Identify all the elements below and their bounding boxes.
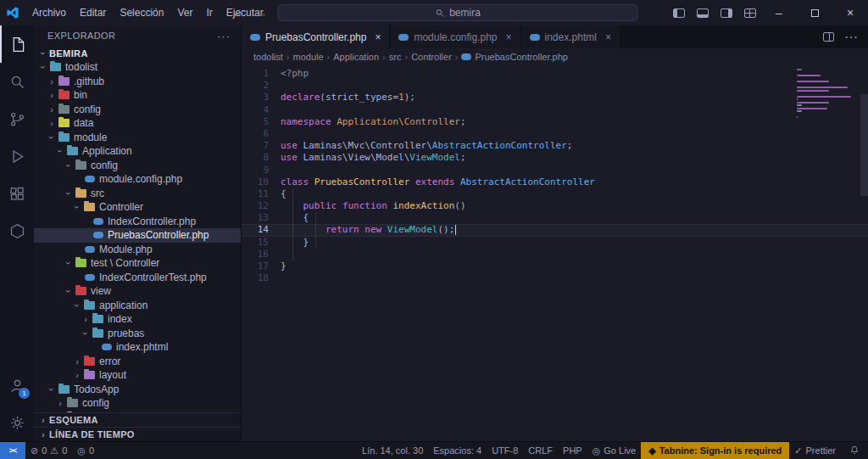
tab-label: module.config.php xyxy=(414,31,497,43)
tree-item-bin[interactable]: ›bin xyxy=(34,88,241,103)
code-line-8: 8use Laminas\View\Model\ViewModel; xyxy=(242,152,868,164)
code-line-12: 12 public function indexAction() xyxy=(242,200,868,212)
settings-gear-icon[interactable] xyxy=(0,404,34,441)
token: indexAction xyxy=(392,200,454,211)
tab-module-config-php[interactable]: module.config.php× xyxy=(390,25,520,48)
tree-item-application[interactable]: ›application xyxy=(34,299,241,313)
explorer-more-actions-icon[interactable]: ··· xyxy=(217,30,231,42)
run-debug-icon[interactable] xyxy=(0,137,34,175)
notifications-bell-icon[interactable] xyxy=(841,445,868,456)
status-tabnine[interactable]: ◆Tabnine: Sign-in is required xyxy=(641,442,789,459)
php-file-icon xyxy=(85,176,95,182)
minimap-line xyxy=(797,90,829,92)
chevron-down-icon: › xyxy=(38,61,48,73)
search-input[interactable]: bemira xyxy=(278,4,638,21)
status-language-php[interactable]: PHP xyxy=(558,442,587,459)
ports-indicator[interactable]: ◎ 0 xyxy=(72,442,99,459)
workspace-root[interactable]: › BEMIRA xyxy=(34,46,241,60)
tree-item-error[interactable]: ›error xyxy=(34,355,241,369)
tree-item-config[interactable]: ›config xyxy=(34,396,241,411)
tree-item-controller[interactable]: ›Controller xyxy=(34,200,241,215)
chevron-right-icon: › xyxy=(46,90,58,100)
maximize-button[interactable] xyxy=(797,0,832,25)
split-editor-icon[interactable] xyxy=(823,32,834,42)
status-go-live[interactable]: ◎Go Live xyxy=(587,442,642,459)
tree-item-indexcontrollertest-php[interactable]: IndexControllerTest.php xyxy=(34,271,241,285)
section-linea-de-tiempo[interactable]: › LÍNEA DE TIEMPO xyxy=(34,427,241,441)
status-eol[interactable]: CRLF xyxy=(523,442,558,459)
line-number: 14 xyxy=(242,224,281,236)
php-file-icon xyxy=(102,344,112,350)
layout-controls xyxy=(673,8,756,18)
tree-item-config[interactable]: ›config xyxy=(34,159,241,173)
line-content: } xyxy=(281,237,309,249)
status-prettier[interactable]: ✓Prettier xyxy=(789,442,841,459)
accounts-icon[interactable]: 1 xyxy=(0,367,34,404)
breadcrumb-item-src[interactable]: src xyxy=(389,52,402,62)
menu-selecci-n[interactable]: Selección xyxy=(113,0,170,25)
toggle-panel-icon[interactable] xyxy=(697,8,709,18)
remote-indicator[interactable]: >< xyxy=(0,442,25,459)
close-button[interactable]: × xyxy=(832,0,868,25)
toggle-sidebar-icon[interactable] xyxy=(673,8,685,18)
chevron-right-icon: › xyxy=(46,118,58,128)
status-encoding[interactable]: UTF-8 xyxy=(487,442,523,459)
token: Application\Controller xyxy=(337,116,460,127)
minimize-button[interactable]: – xyxy=(761,0,797,25)
editor-more-actions-icon[interactable]: ··· xyxy=(844,30,858,45)
tree-item-layout[interactable]: ›layout xyxy=(34,368,241,383)
minimap[interactable] xyxy=(797,69,856,122)
folder-icon xyxy=(75,287,86,295)
tree-item-src[interactable]: ›src xyxy=(34,187,241,201)
status-cursor-position[interactable]: Lín. 14, col. 30 xyxy=(357,442,428,459)
menu-archivo[interactable]: Archivo xyxy=(25,0,73,25)
tree-item-config[interactable]: ›config xyxy=(34,103,241,117)
problems-indicator[interactable]: ⊘ 0 ⚠ 0 xyxy=(25,442,72,459)
editor-scrollbar[interactable] xyxy=(860,94,868,196)
tree-item-module-php[interactable]: Module.php xyxy=(34,243,241,257)
search-sidebar-icon[interactable] xyxy=(0,63,34,100)
tree-item-data[interactable]: ›data xyxy=(34,116,241,131)
tree-item-indexcontroller-php[interactable]: IndexController.php xyxy=(34,215,241,229)
back-icon[interactable]: ← xyxy=(231,6,246,20)
explorer-icon[interactable] xyxy=(0,25,34,63)
tab-index-phtml[interactable]: index.phtml× xyxy=(521,25,620,48)
tree-item-pruebascontroller-php[interactable]: PruebasController.php xyxy=(34,228,241,243)
chevron-right-icon: › xyxy=(71,356,83,367)
hexagon-extension-icon[interactable] xyxy=(0,212,34,249)
source-control-icon[interactable] xyxy=(0,100,34,137)
tree-item-github[interactable]: ›.github xyxy=(34,75,241,89)
folder-icon xyxy=(84,357,95,366)
tree-item-module[interactable]: ›module xyxy=(34,131,241,145)
extensions-icon[interactable] xyxy=(0,175,34,212)
code-line-13: 13 { xyxy=(242,212,868,224)
tab-close-icon[interactable]: × xyxy=(375,31,381,43)
status-indentation[interactable]: Espacios: 4 xyxy=(428,442,487,459)
tree-item-index[interactable]: ›index xyxy=(34,312,241,327)
breadcrumb-item-pruebascontroller-php[interactable]: PruebasController.php xyxy=(461,52,567,62)
tree-item-test-controller[interactable]: ›test \ Controller xyxy=(34,256,241,271)
menu-ver[interactable]: Ver xyxy=(170,0,199,25)
breadcrumb-item-todolist[interactable]: todolist xyxy=(253,52,283,62)
forward-icon[interactable]: → xyxy=(254,6,270,20)
code-editor[interactable]: 1<?php23declare(strict_types=1);45namesp… xyxy=(242,65,868,441)
line-content: use Laminas\Mvc\Controller\AbstractActio… xyxy=(281,140,572,152)
breadcrumb-item-application[interactable]: Application xyxy=(333,52,379,62)
tree-item-application[interactable]: ›Application xyxy=(34,144,241,159)
menu-ir[interactable]: Ir xyxy=(199,0,219,25)
customize-layout-icon[interactable] xyxy=(744,8,756,18)
breadcrumb-item-module[interactable]: module xyxy=(293,52,324,62)
toggle-secondary-sidebar-icon[interactable] xyxy=(721,8,732,18)
tab-pruebascontroller-php[interactable]: PruebasController.php× xyxy=(242,25,390,48)
tab-close-icon[interactable]: × xyxy=(605,31,611,43)
tab-close-icon[interactable]: × xyxy=(506,31,512,43)
tree-item-view[interactable]: ›view xyxy=(34,284,241,299)
section-esquema[interactable]: › ESQUEMA xyxy=(34,412,241,427)
tree-item-todolist[interactable]: ›todolist xyxy=(34,60,241,75)
menu-editar[interactable]: Editar xyxy=(73,0,113,25)
breadcrumb-item-controller[interactable]: Controller xyxy=(411,52,452,62)
tree-item-pruebas[interactable]: ›pruebas xyxy=(34,327,241,341)
tree-item-index-phtml[interactable]: index.phtml xyxy=(34,340,241,355)
tree-item-todosapp[interactable]: ›TodosApp xyxy=(34,383,241,397)
tree-item-module-config-php[interactable]: module.config.php xyxy=(34,172,241,187)
